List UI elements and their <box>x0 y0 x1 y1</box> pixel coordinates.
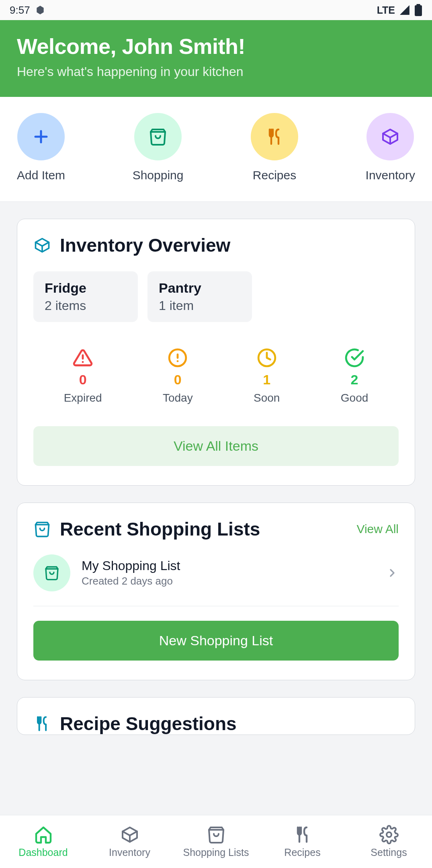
stat-value: 1 <box>263 372 270 388</box>
stat-label: Soon <box>254 392 280 404</box>
location-name: Pantry <box>159 280 241 296</box>
svg-rect-2 <box>415 5 422 16</box>
stat-value: 2 <box>351 372 358 388</box>
card-title: Inventory Overview <box>60 234 230 256</box>
gear-icon <box>379 825 399 844</box>
check-circle-icon <box>344 348 364 368</box>
box-icon <box>33 236 51 254</box>
quick-action-add-item[interactable]: Add Item <box>17 113 65 182</box>
stat-value: 0 <box>79 372 87 388</box>
shopping-bag-icon <box>33 554 70 591</box>
inventory-overview-card: Inventory Overview Fridge 2 items Pantry… <box>17 219 415 486</box>
quick-action-label: Shopping <box>133 168 184 182</box>
card-title: Recipe Suggestions <box>60 713 237 735</box>
stat-soon: 1 Soon <box>254 348 280 404</box>
box-icon <box>366 113 414 160</box>
svg-marker-0 <box>37 6 43 14</box>
location-fridge[interactable]: Fridge 2 items <box>33 271 138 322</box>
tab-dashboard[interactable]: Dashboard <box>0 815 86 868</box>
stat-label: Expired <box>64 392 102 404</box>
quick-action-label: Recipes <box>253 168 296 182</box>
welcome-title: Welcome, John Smith! <box>17 34 415 59</box>
quick-action-label: Inventory <box>366 168 415 182</box>
utensils-icon <box>251 113 298 160</box>
list-name: My Shopping List <box>82 558 375 573</box>
tab-inventory[interactable]: Inventory <box>86 815 173 868</box>
stat-label: Today <box>163 392 193 404</box>
stat-expired: 0 Expired <box>64 348 102 404</box>
location-count: 2 items <box>45 298 127 313</box>
new-shopping-list-button[interactable]: New Shopping List <box>33 621 399 661</box>
shopping-list-item[interactable]: My Shopping List Created 2 days ago <box>33 554 399 606</box>
welcome-subtitle: Here's what's happening in your kitchen <box>17 64 415 79</box>
tab-label: Settings <box>371 847 407 858</box>
tab-label: Inventory <box>109 847 150 858</box>
view-all-items-button[interactable]: View All Items <box>33 426 399 466</box>
stat-label: Good <box>341 392 369 404</box>
quick-action-recipes[interactable]: Recipes <box>251 113 298 182</box>
signal-icon <box>399 4 410 16</box>
quick-action-label: Add Item <box>17 168 65 182</box>
quick-action-shopping[interactable]: Shopping <box>133 113 184 182</box>
status-dot-icon <box>35 5 45 15</box>
quick-action-inventory[interactable]: Inventory <box>366 113 415 182</box>
status-time: 9:57 <box>10 4 30 16</box>
card-title: Recent Shopping Lists <box>60 518 260 540</box>
alert-circle-icon <box>168 348 188 368</box>
battery-icon <box>414 4 422 16</box>
svg-rect-1 <box>417 4 420 5</box>
plus-icon <box>17 113 65 160</box>
recipe-suggestions-card: Recipe Suggestions <box>17 697 415 735</box>
shopping-bag-icon <box>33 520 51 538</box>
status-network: LTE <box>377 4 395 16</box>
stat-good: 2 Good <box>341 348 369 404</box>
tab-shopping-lists[interactable]: Shopping Lists <box>173 815 259 868</box>
utensils-icon <box>33 715 51 733</box>
view-all-link[interactable]: View All <box>356 522 399 536</box>
location-count: 1 item <box>159 298 241 313</box>
tab-label: Shopping Lists <box>183 847 249 858</box>
chevron-right-icon <box>386 566 399 579</box>
quick-actions-row: Add Item Shopping Recipes Inventory <box>0 97 432 202</box>
dashboard-header: Welcome, John Smith! Here's what's happe… <box>0 20 432 97</box>
tab-label: Dashboard <box>18 847 68 858</box>
shopping-bag-icon <box>134 113 182 160</box>
tab-settings[interactable]: Settings <box>346 815 432 868</box>
list-subtitle: Created 2 days ago <box>82 575 375 587</box>
svg-point-17 <box>387 832 391 837</box>
clock-icon <box>257 348 277 368</box>
utensils-icon <box>293 825 312 844</box>
status-bar: 9:57 LTE <box>0 0 432 20</box>
main-content: Inventory Overview Fridge 2 items Pantry… <box>0 202 432 752</box>
stat-today: 0 Today <box>163 348 193 404</box>
alert-triangle-icon <box>73 348 93 368</box>
stat-value: 0 <box>174 372 182 388</box>
tab-label: Recipes <box>284 847 320 858</box>
box-icon <box>120 825 139 844</box>
shopping-lists-card: Recent Shopping Lists View All My Shoppi… <box>17 503 415 680</box>
location-pantry[interactable]: Pantry 1 item <box>147 271 252 322</box>
home-icon <box>34 825 53 844</box>
bottom-nav: Dashboard Inventory Shopping Lists Recip… <box>0 815 432 868</box>
shopping-bag-icon <box>207 825 226 844</box>
location-name: Fridge <box>45 280 127 296</box>
tab-recipes[interactable]: Recipes <box>259 815 346 868</box>
